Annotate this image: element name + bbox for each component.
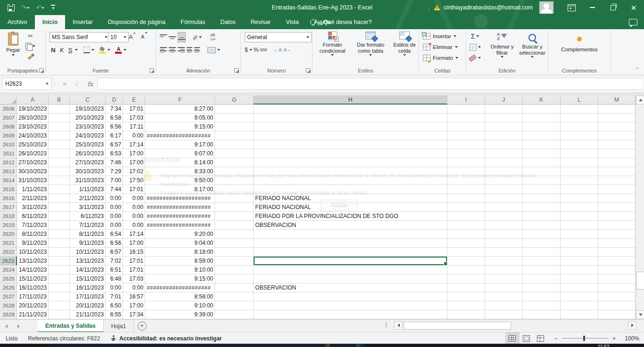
cell-K2608[interactable] (523, 122, 561, 131)
cell-C2629[interactable]: 21/11/2023 (70, 310, 106, 319)
cell-B2622[interactable] (49, 248, 70, 257)
cell-D2622[interactable]: 6:57 (106, 248, 123, 257)
cell-I2626[interactable] (447, 283, 485, 292)
cell-K2621[interactable] (523, 239, 561, 248)
cell-J2629[interactable] (485, 310, 523, 319)
cell-B2618[interactable] (49, 212, 70, 221)
cell-A2616[interactable]: 2/11/2023 (17, 194, 49, 203)
decrease-font-button[interactable]: A▼ (141, 32, 147, 41)
cell-A2614[interactable]: 31/10/2023 (17, 176, 49, 185)
column-header-I[interactable]: I (447, 96, 485, 105)
cell-M2617[interactable] (598, 203, 636, 212)
cell-J2609[interactable] (485, 131, 523, 140)
horizontal-scroll-thumb[interactable] (404, 322, 511, 330)
new-sheet-button[interactable]: + (134, 320, 150, 332)
cell-I2625[interactable] (447, 274, 485, 283)
row-header-2621[interactable]: 2621 (0, 239, 17, 248)
autosum-button[interactable]: Σ (469, 32, 481, 41)
cell-E2615[interactable]: 17:01 (123, 185, 145, 194)
ribbon-display-options-button[interactable] (561, 0, 582, 15)
cell-A2629[interactable]: 21/11/2023 (17, 310, 49, 319)
cell-J2613[interactable] (485, 167, 523, 176)
cut-button[interactable]: ✂ (25, 31, 35, 40)
cell-B2608[interactable] (49, 122, 70, 131)
cell-D2612[interactable]: 7:46 (106, 158, 123, 167)
cell-F2620[interactable]: 9:20:00 (145, 230, 215, 239)
cell-F2624[interactable]: 9:10:00 (145, 266, 215, 274)
cell-E2617[interactable]: 0:00 (123, 203, 145, 212)
cell-A2613[interactable]: 30/10/2023 (17, 167, 49, 176)
cell-G2626[interactable] (215, 283, 254, 292)
alignment-dialog-launcher[interactable] (234, 68, 239, 73)
cell-D2618[interactable]: 0:00 (106, 212, 123, 221)
enter-icon[interactable]: ✓ (71, 81, 83, 88)
cell-L2624[interactable] (561, 266, 598, 274)
cell-I2609[interactable] (447, 131, 485, 140)
cell-B2629[interactable] (49, 310, 70, 319)
font-dialog-launcher[interactable] (149, 68, 154, 73)
cell-M2609[interactable] (598, 131, 636, 140)
cell-H2624[interactable] (254, 266, 447, 274)
cell-B2617[interactable] (49, 203, 70, 212)
cell-J2618[interactable] (485, 212, 523, 221)
row-header-2614[interactable]: 2614 (0, 176, 17, 185)
row-header-2619[interactable]: 2619 (0, 221, 17, 230)
cell-F2615[interactable]: 8:17:00 (145, 185, 215, 194)
cell-C2620[interactable]: 8/11/2023 (70, 230, 106, 239)
cell-K2611[interactable] (523, 149, 561, 158)
account-email[interactable]: cinthiayadirabastidas@hotmail.com (444, 4, 533, 11)
cell-D2609[interactable]: 6:17 (106, 131, 123, 140)
cell-B2611[interactable] (49, 149, 70, 158)
cell-J2615[interactable] (485, 185, 523, 194)
cell-C2608[interactable]: 23/10/2023 (70, 122, 106, 131)
cell-A2606[interactable]: 19/10/2023 (17, 105, 49, 113)
cell-D2625[interactable]: 6:48 (106, 274, 123, 283)
row-header-2618[interactable]: 2618 (0, 212, 17, 221)
restore-button[interactable] (603, 0, 623, 15)
cell-B2626[interactable] (49, 283, 70, 292)
decrease-decimal-button[interactable]: .0→ (283, 45, 291, 55)
cell-E2614[interactable]: 17:50 (123, 176, 145, 185)
tab-archivo[interactable]: Archivo (0, 15, 35, 29)
cell-M2618[interactable] (598, 212, 636, 221)
cell-B2614[interactable] (49, 176, 70, 185)
cell-D2629[interactable]: 6:55 (106, 310, 123, 319)
column-header-B[interactable]: B (49, 96, 70, 105)
cell-D2616[interactable]: 0:00 (106, 194, 123, 203)
row-header-2623[interactable]: 2623 (0, 257, 17, 266)
row-header-2608[interactable]: 2608 (0, 122, 17, 131)
column-header-E[interactable]: E (123, 96, 145, 105)
increase-decimal-button[interactable]: ←.0 (273, 45, 281, 55)
cell-F2623[interactable]: 8:59:00 (145, 257, 215, 266)
column-header-K[interactable]: K (523, 96, 561, 105)
cell-H2626[interactable]: OBSERVACION (254, 283, 447, 292)
cell-C2609[interactable]: 24/10/2023 (70, 131, 106, 140)
cell-D2617[interactable]: 0:00 (106, 203, 123, 212)
cell-D2627[interactable]: 7:01 (106, 292, 123, 301)
cell-G2624[interactable] (215, 266, 254, 274)
cell-E2612[interactable]: 17:00 (123, 158, 145, 167)
cell-G2620[interactable] (215, 230, 254, 239)
cell-E2627[interactable]: 16:57 (123, 292, 145, 301)
cell-G2627[interactable] (215, 292, 254, 301)
cell-I2613[interactable] (447, 167, 485, 176)
cell-C2607[interactable]: 20/10/2023 (70, 113, 106, 122)
cell-H2618[interactable]: FERIADO POR LA PROVINCIALIZACION DE STO … (254, 212, 447, 221)
cell-E2619[interactable]: 0:00 (123, 221, 145, 230)
cell-A2608[interactable]: 23/10/2023 (17, 122, 49, 131)
cell-J2606[interactable] (485, 105, 523, 113)
increase-font-button[interactable]: A▲ (129, 32, 136, 41)
sheet-nav-right-icon[interactable] (12, 320, 25, 332)
row-header-2624[interactable]: 2624 (0, 266, 17, 274)
cell-J2614[interactable] (485, 176, 523, 185)
cell-H2608[interactable] (254, 122, 447, 131)
cell-C2615[interactable]: 1/11/2023 (70, 185, 106, 194)
cell-B2619[interactable] (49, 221, 70, 230)
cell-B2623[interactable] (49, 257, 70, 266)
tab-datos[interactable]: Datos (213, 15, 243, 29)
row-header-2617[interactable]: 2617 (0, 203, 17, 212)
cell-G2616[interactable] (215, 194, 254, 203)
cell-K2612[interactable] (523, 158, 561, 167)
cell-H2619[interactable]: OBSERVACION (254, 221, 447, 230)
cell-F2627[interactable]: 8:56:00 (145, 292, 215, 301)
